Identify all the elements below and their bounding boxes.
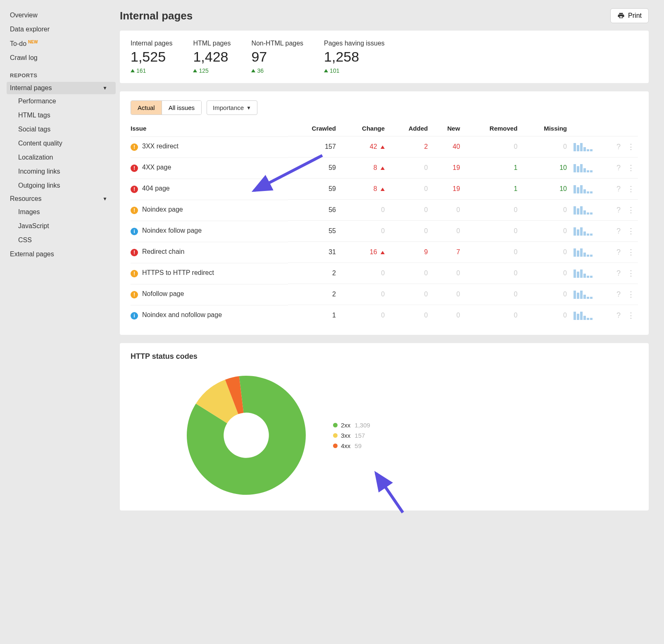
more-icon[interactable]: ⋮ — [627, 290, 635, 298]
table-row[interactable]: !Noindex page 56 0 0 0 0 0 ? ⋮ — [131, 200, 638, 221]
issue-name: Redirect chain — [142, 248, 184, 255]
cell-missing: 0 — [521, 263, 570, 284]
issue-name: 3XX redirect — [142, 143, 178, 150]
nav-content-quality[interactable]: Content quality — [7, 136, 116, 150]
chevron-down-icon: ▼ — [102, 85, 107, 91]
kpi-label: Non-HTML pages — [251, 40, 303, 47]
cell-missing: 0 — [521, 221, 570, 242]
legend-dot-icon — [333, 444, 338, 448]
cell-new: 0 — [431, 200, 463, 221]
more-icon[interactable]: ⋮ — [627, 143, 635, 151]
cell-missing: 0 — [521, 242, 570, 263]
nav-overview[interactable]: Overview — [7, 8, 116, 22]
nav-html-tags[interactable]: HTML tags — [7, 108, 116, 122]
legend-item[interactable]: 3xx 157 — [333, 430, 370, 441]
col-issue: Issue — [131, 121, 288, 136]
cell-added: 2 — [388, 136, 431, 157]
nav-performance[interactable]: Performance — [7, 94, 116, 108]
info-icon: i — [131, 312, 138, 320]
kpi-delta: 101 — [324, 67, 385, 74]
issue-name: Nofollow page — [142, 290, 184, 298]
table-row[interactable]: !HTTPS to HTTP redirect 2 0 0 0 0 0 ? ⋮ — [131, 263, 638, 284]
more-icon[interactable]: ⋮ — [627, 185, 635, 193]
page-title: Internal pages — [120, 10, 193, 22]
more-icon[interactable]: ⋮ — [627, 227, 635, 235]
cell-new: 19 — [431, 179, 463, 200]
legend-value: 1,309 — [355, 422, 370, 429]
triangle-up-icon — [251, 69, 255, 72]
nav-data-explorer[interactable]: Data explorer — [7, 22, 116, 36]
cell-crawled: 56 — [288, 200, 339, 221]
triangle-up-icon — [193, 69, 197, 72]
nav-social-tags[interactable]: Social tags — [7, 122, 116, 136]
cell-new: 0 — [431, 263, 463, 284]
nav-incoming-links[interactable]: Incoming links — [7, 165, 116, 179]
kpi-item: Internal pages 1,525 161 — [131, 40, 172, 74]
print-button[interactable]: Print — [610, 8, 649, 23]
cell-change: 0 — [339, 200, 388, 221]
help-icon[interactable]: ? — [616, 290, 621, 298]
help-icon[interactable]: ? — [616, 164, 621, 172]
actual-button[interactable]: Actual — [131, 101, 162, 114]
nav-crawl-log[interactable]: Crawl log — [7, 51, 116, 65]
issues-card: Actual All issues Importance ▼ Issue Cra… — [120, 91, 649, 335]
nav-resources[interactable]: Resources ▼ — [7, 193, 116, 205]
cell-crawled: 59 — [288, 179, 339, 200]
nav-todo[interactable]: To-doNEW — [7, 36, 116, 51]
importance-dropdown[interactable]: Importance ▼ — [207, 100, 257, 115]
kpi-card: Internal pages 1,525 161HTML pages 1,428… — [120, 31, 649, 83]
legend-item[interactable]: 2xx 1,309 — [333, 420, 370, 430]
help-icon[interactable]: ? — [616, 185, 621, 193]
triangle-up-icon — [324, 69, 328, 72]
nav-images[interactable]: Images — [7, 205, 116, 219]
nav-javascript[interactable]: JavaScript — [7, 219, 116, 233]
cell-new: 0 — [431, 284, 463, 305]
triangle-up-icon — [381, 167, 385, 170]
cell-change: 8 — [339, 157, 388, 179]
cell-added: 0 — [388, 200, 431, 221]
cell-new: 19 — [431, 157, 463, 179]
more-icon[interactable]: ⋮ — [627, 311, 635, 320]
sparkline-icon — [574, 248, 600, 257]
help-icon[interactable]: ? — [616, 227, 621, 235]
warn-icon: ! — [131, 291, 138, 298]
triangle-up-icon — [381, 188, 385, 191]
status-codes-legend: 2xx 1,309 3xx 157 4xx 59 — [333, 420, 370, 451]
table-row[interactable]: iNoindex and nofollow page 1 0 0 0 0 0 ?… — [131, 305, 638, 326]
cell-crawled: 157 — [288, 136, 339, 157]
nav-outgoing-links[interactable]: Outgoing links — [7, 179, 116, 193]
table-row[interactable]: iNoindex follow page 55 0 0 0 0 0 ? ⋮ — [131, 221, 638, 242]
help-icon[interactable]: ? — [616, 311, 621, 320]
reports-section-label: REPORTS — [7, 65, 116, 82]
col-change: Change — [339, 121, 388, 136]
legend-item[interactable]: 4xx 59 — [333, 441, 370, 451]
help-icon[interactable]: ? — [616, 248, 621, 256]
help-icon[interactable]: ? — [616, 143, 621, 151]
help-icon[interactable]: ? — [616, 206, 621, 214]
nav-css[interactable]: CSS — [7, 233, 116, 247]
more-icon[interactable]: ⋮ — [627, 206, 635, 214]
table-row[interactable]: !Redirect chain 31 16 9 7 0 0 ? ⋮ — [131, 242, 638, 263]
kpi-delta: 161 — [131, 67, 172, 74]
nav-localization[interactable]: Localization — [7, 150, 116, 165]
kpi-label: HTML pages — [193, 40, 231, 47]
help-icon[interactable]: ? — [616, 269, 621, 277]
col-crawled: Crawled — [288, 121, 339, 136]
legend-label: 4xx — [341, 442, 350, 449]
cell-new: 0 — [431, 221, 463, 242]
cell-change: 0 — [339, 221, 388, 242]
more-icon[interactable]: ⋮ — [627, 164, 635, 172]
table-row[interactable]: !3XX redirect 157 42 2 40 0 0 ? ⋮ — [131, 136, 638, 157]
cell-removed: 0 — [463, 221, 521, 242]
table-row[interactable]: !4XX page 59 8 0 19 1 10 ? ⋮ — [131, 157, 638, 179]
table-row[interactable]: !Nofollow page 2 0 0 0 0 0 ? ⋮ — [131, 284, 638, 305]
table-row[interactable]: !404 page 59 8 0 19 1 10 ? ⋮ — [131, 179, 638, 200]
cell-removed: 0 — [463, 263, 521, 284]
more-icon[interactable]: ⋮ — [627, 269, 635, 277]
nav-external-pages[interactable]: External pages — [7, 247, 116, 261]
all-issues-button[interactable]: All issues — [162, 101, 201, 114]
issues-table: Issue Crawled Change Added New Removed M… — [131, 121, 638, 326]
print-label: Print — [628, 12, 642, 19]
more-icon[interactable]: ⋮ — [627, 248, 635, 256]
nav-internal-pages[interactable]: Internal pages ▼ — [7, 82, 116, 94]
